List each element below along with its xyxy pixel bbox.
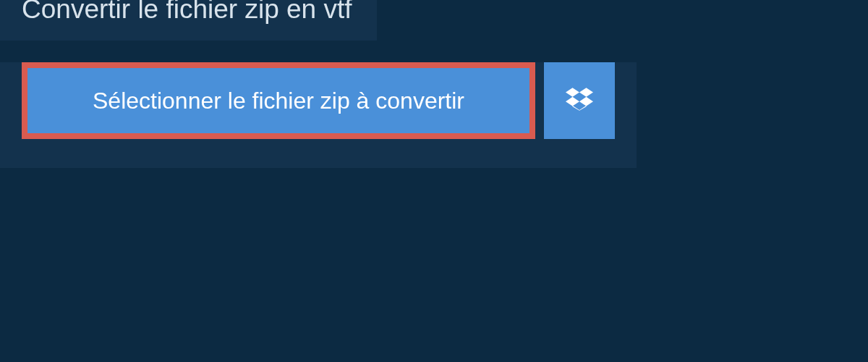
select-file-label: Sélectionner le fichier zip à convertir <box>93 88 464 114</box>
dropbox-button[interactable] <box>544 62 615 139</box>
converter-panel: Sélectionner le fichier zip à convertir <box>0 62 637 168</box>
dropbox-icon <box>566 85 593 116</box>
page-title: Convertir le fichier zip en vtf <box>22 0 352 25</box>
select-file-button[interactable]: Sélectionner le fichier zip à convertir <box>22 62 535 139</box>
page-title-container: Convertir le fichier zip en vtf <box>0 0 377 41</box>
action-row: Sélectionner le fichier zip à convertir <box>22 62 615 139</box>
